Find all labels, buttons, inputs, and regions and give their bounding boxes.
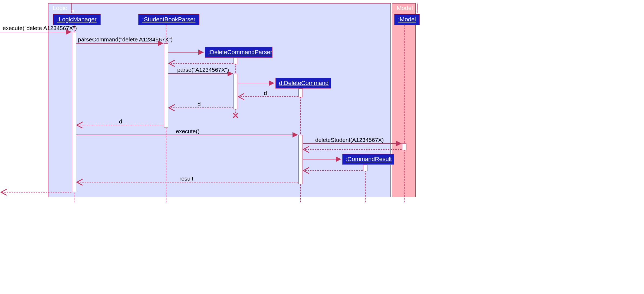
msg-parsecommand: parseCommand("delete A1234567X")	[78, 36, 173, 43]
msg-execute2: execute()	[176, 128, 200, 135]
msg-parse: parse("A1234567X")	[177, 67, 229, 73]
msg-d3: d	[119, 118, 122, 125]
msg-d1: d	[264, 90, 267, 96]
msg-deletestudent: deleteStudent(A1234567X)	[315, 137, 384, 143]
msg-result: result	[179, 175, 193, 182]
msg-d2: d	[198, 101, 201, 107]
msg-execute1: execute("delete A1234567X")	[3, 25, 77, 31]
arrows-layer	[0, 0, 644, 294]
